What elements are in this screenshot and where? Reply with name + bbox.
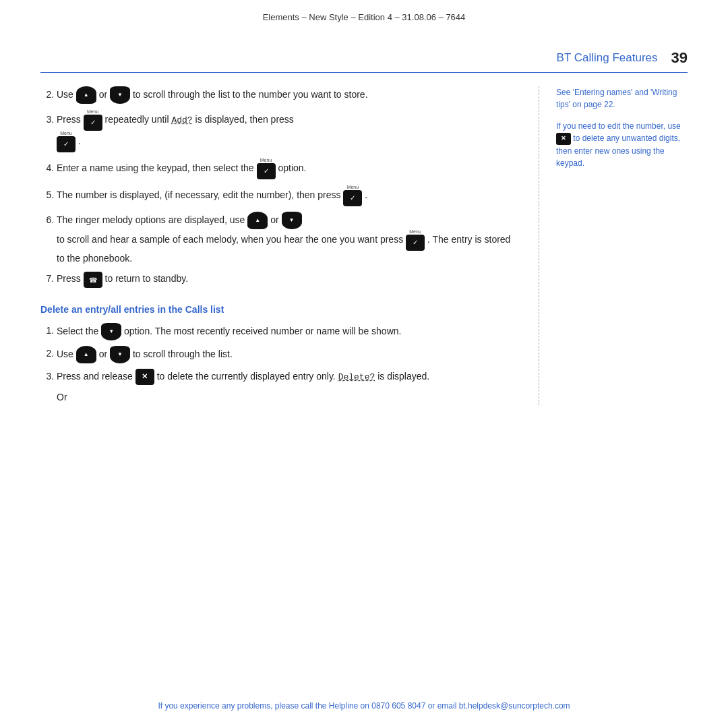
s2-step-1-before: Select the: [57, 325, 101, 336]
menu-label-6: Menu: [409, 229, 421, 234]
btn-menu-step3b-wrap: Menu ✓: [57, 131, 75, 152]
btn-calls-down-s2s2: [110, 346, 130, 363]
s2-step-1: Select the option. The most recently rec…: [57, 323, 512, 340]
btn-menu-step5: ✓: [343, 190, 362, 206]
step-4-end: option.: [278, 162, 306, 173]
step-2: Use or to scroll through the list to the…: [57, 86, 512, 104]
s2-step-2-after: to scroll through the list.: [133, 348, 233, 359]
main-layout: Use or to scroll through the list to the…: [0, 73, 728, 405]
menu-label-b: Menu: [60, 131, 72, 136]
s2-step-2: Use or to scroll through the list.: [57, 346, 512, 363]
btn-delete-s2s3: ✕: [135, 369, 154, 385]
sidebar-note-1: See 'Entering names' and 'Writing tips' …: [556, 86, 688, 111]
page-number: 39: [671, 49, 688, 67]
step-6: The ringer melody options are displayed,…: [57, 212, 512, 266]
s2-step-2-or: or: [99, 348, 110, 359]
step-3-end: is displayed, then press: [195, 114, 294, 125]
section-title: BT Calling Features: [557, 51, 658, 65]
step-3: Press Menu ✓ repeatedly until Add? is di…: [57, 109, 512, 152]
step-5-dot: .: [365, 189, 367, 200]
btn-calls-down-step6: [282, 212, 302, 229]
btn-menu-step3-wrap: Menu ✓: [84, 109, 102, 131]
btn-calls-down-step2: [110, 86, 130, 104]
sidebar-note-2: If you need to edit the number, use ✕ to…: [556, 120, 688, 169]
step-3-press: Press: [57, 114, 84, 125]
step-6-text-before: The ringer melody options are displayed,…: [57, 214, 247, 225]
menu-label-4: Menu: [260, 158, 272, 162]
step-3-middle: repeatedly until: [105, 114, 172, 125]
svg-text:☎: ☎: [89, 276, 97, 284]
btn-menu-step6: ✓: [406, 235, 425, 251]
sidebar-column: See 'Entering names' and 'Writing tips' …: [539, 86, 688, 405]
s2-step-3-display-end: is displayed.: [377, 371, 429, 382]
menu-label-5: Menu: [347, 185, 359, 189]
section2-steps-list: Select the option. The most recently rec…: [40, 323, 512, 385]
step-7-press: Press: [57, 273, 84, 284]
btn-menu-step4: ✓: [257, 163, 276, 179]
content-column: Use or to scroll through the list to the…: [40, 86, 539, 405]
s2-step-3: Press and release ✕ to delete the curren…: [57, 369, 512, 385]
btn-menu-step3: ✓: [84, 115, 102, 131]
header-title: Elements – New Style – Edition 4 – 31.08…: [263, 12, 466, 22]
step-2-text-before: Use: [57, 89, 76, 100]
btn-menu-step3b: ✓: [57, 136, 75, 152]
section-2-heading: Delete an entry/all entries in the Calls…: [40, 304, 512, 315]
btn-radial-up-s2s2: [76, 346, 96, 363]
page-header: Elements – New Style – Edition 4 – 31.08…: [0, 0, 728, 29]
step-2-or: or: [99, 89, 110, 100]
btn-calls-down-s2s1: [101, 323, 121, 340]
btn-menu-step4-wrap: Menu ✓: [257, 158, 276, 179]
step-3-display: Add?: [171, 115, 192, 125]
step-7-end: to return to standby.: [105, 273, 188, 284]
steps-list-continued: Use or to scroll through the list to the…: [40, 86, 512, 288]
btn-menu-step5-wrap: Menu ✓: [343, 185, 362, 206]
btn-radial-up-step6: [247, 212, 268, 229]
step-5: The number is displayed, (if necessary, …: [57, 185, 512, 206]
s2-step-3-before: Press and release: [57, 371, 135, 382]
menu-label: Menu: [87, 109, 99, 114]
s2-step-3-display: Delete?: [338, 372, 375, 382]
sidebar-delete-btn: ✕: [556, 133, 573, 143]
btn-menu-step6-wrap: Menu ✓: [406, 229, 425, 251]
step-7: Press ☎ to return to standby.: [57, 271, 512, 287]
s2-step-3-after: to delete the currently displayed entry …: [157, 371, 338, 382]
btn-radial-up-step2: [76, 86, 96, 104]
step-3-dot: .: [78, 136, 81, 146]
step-4: Enter a name using the keypad, then sele…: [57, 158, 512, 179]
step-5-text: The number is displayed, (if necessary, …: [57, 189, 343, 200]
btn-phone-step7: ☎: [84, 272, 102, 288]
or-text: Or: [57, 392, 512, 402]
step-6-or: or: [270, 214, 281, 225]
top-right-header: BT Calling Features 39: [0, 29, 728, 67]
s2-step-1-after: option. The most recently received numbe…: [124, 325, 401, 336]
page-footer: If you experience any problems, please c…: [0, 688, 728, 720]
footer-text: If you experience any problems, please c…: [158, 701, 570, 711]
s2-step-2-before: Use: [57, 348, 76, 359]
step-6-text-mid: to scroll and hear a sample of each melo…: [57, 234, 406, 245]
step-4-text: Enter a name using the keypad, then sele…: [57, 162, 257, 173]
step-2-text-after: to scroll through the list to the number…: [133, 89, 368, 100]
